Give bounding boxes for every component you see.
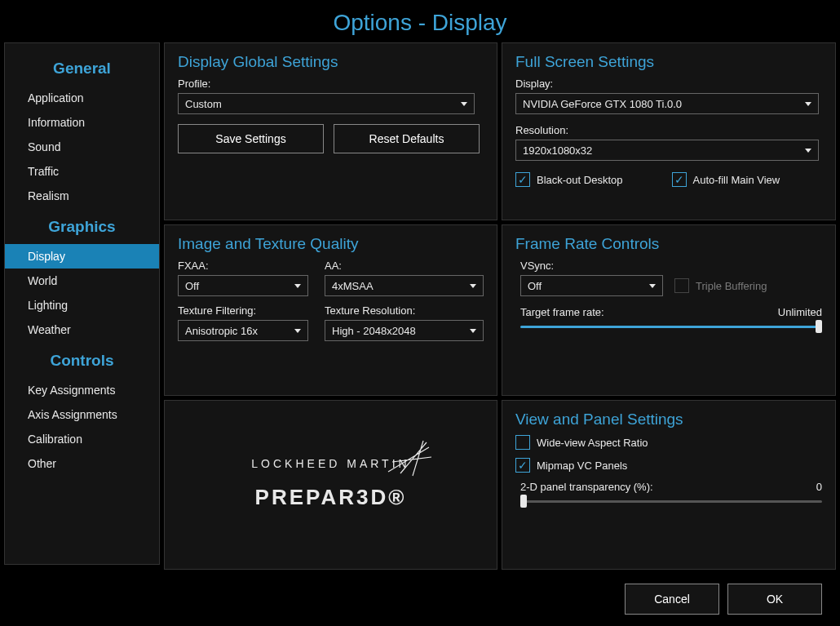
panel-title: View and Panel Settings <box>515 411 822 428</box>
chevron-down-icon <box>805 102 811 106</box>
panel-title: Frame Rate Controls <box>515 235 822 253</box>
panel-view-settings: View and Panel Settings Wide-view Aspect… <box>502 400 836 570</box>
sidebar-item-weather[interactable]: Weather <box>5 317 159 342</box>
wide-view-checkbox[interactable]: Wide-view Aspect Ratio <box>515 435 822 450</box>
sidebar-item-traffic[interactable]: Traffic <box>5 159 159 184</box>
panel-display-global: Display Global Settings Profile: Custom … <box>164 42 497 220</box>
texture-filtering-value: Anisotropic 16x <box>185 325 258 337</box>
chevron-down-icon <box>461 102 467 106</box>
texture-resolution-select[interactable]: High - 2048x2048 <box>325 320 484 341</box>
fxaa-select[interactable]: Off <box>178 275 308 296</box>
fxaa-value: Off <box>185 280 199 292</box>
target-frame-rate-slider[interactable] <box>520 323 822 330</box>
chevron-down-icon <box>805 149 811 153</box>
sidebar-item-key-assignments[interactable]: Key Assignments <box>5 378 159 402</box>
checkbox-label: Auto-fill Main View <box>693 174 780 186</box>
profile-value: Custom <box>185 98 222 110</box>
sidebar-section-controls: Controls <box>5 342 159 378</box>
ok-button[interactable]: OK <box>727 584 822 615</box>
chevron-down-icon <box>470 329 476 333</box>
checkmark-icon: ✓ <box>515 172 530 187</box>
sidebar-item-calibration[interactable]: Calibration <box>5 427 159 451</box>
sidebar-item-axis-assignments[interactable]: Axis Assignments <box>5 402 159 427</box>
save-settings-button[interactable]: Save Settings <box>178 124 324 153</box>
prepar3d-logo: PREPAR3D® <box>255 485 407 510</box>
sidebar: General Application Information Sound Tr… <box>4 42 160 565</box>
vsync-label: VSync: <box>520 260 822 272</box>
panel-full-screen: Full Screen Settings Display: NVIDIA GeF… <box>502 42 836 220</box>
sidebar-item-sound[interactable]: Sound <box>5 135 159 159</box>
resolution-value: 1920x1080x32 <box>523 144 592 157</box>
sidebar-section-graphics: Graphics <box>5 208 159 244</box>
slider-track <box>520 326 822 328</box>
texture-filtering-select[interactable]: Anisotropic 16x <box>178 320 308 341</box>
aa-label: AA: <box>325 260 484 272</box>
checkbox-label: Triple Buffering <box>696 280 767 292</box>
sidebar-item-world[interactable]: World <box>5 269 159 293</box>
target-frame-rate-label: Target frame rate: <box>520 306 604 318</box>
checkbox-label: Black-out Desktop <box>537 174 623 186</box>
sidebar-item-display[interactable]: Display <box>5 244 159 269</box>
checkbox-box <box>515 435 530 450</box>
transparency-slider[interactable] <box>520 498 822 504</box>
checkbox-label: Mipmap VC Panels <box>537 460 627 472</box>
checkbox-label: Wide-view Aspect Ratio <box>537 437 648 449</box>
chevron-down-icon <box>649 284 656 288</box>
chevron-down-icon <box>294 329 301 333</box>
texture-resolution-value: High - 2048x2048 <box>332 325 416 337</box>
texture-resolution-label: Texture Resolution: <box>325 304 484 317</box>
aa-select[interactable]: 4xMSAA <box>325 275 484 296</box>
sidebar-item-application[interactable]: Application <box>5 86 159 110</box>
footer-buttons: Cancel OK <box>625 584 822 615</box>
star-icon <box>384 439 441 478</box>
window-title: Options - Display <box>0 0 840 42</box>
display-label: Display: <box>515 78 822 90</box>
aa-value: 4xMSAA <box>332 280 374 292</box>
panel-title: Image and Texture Quality <box>178 235 484 253</box>
vsync-select[interactable]: Off <box>520 275 663 296</box>
transparency-value: 0 <box>816 481 822 493</box>
transparency-label: 2-D panel transparency (%): <box>520 481 653 493</box>
panel-title: Display Global Settings <box>178 53 484 71</box>
profile-label: Profile: <box>178 78 484 90</box>
sidebar-item-other[interactable]: Other <box>5 451 159 476</box>
texture-filtering-label: Texture Filtering: <box>178 304 308 317</box>
resolution-select[interactable]: 1920x1080x32 <box>515 140 819 161</box>
mipmap-vc-checkbox[interactable]: ✓ Mipmap VC Panels <box>515 458 822 473</box>
lockheed-martin-logo: LOCKHEED MARTIN <box>251 457 409 470</box>
profile-select[interactable]: Custom <box>178 93 475 114</box>
sidebar-section-general: General <box>5 50 159 86</box>
chevron-down-icon <box>470 284 476 288</box>
slider-thumb[interactable] <box>816 320 822 333</box>
vsync-value: Off <box>528 280 542 292</box>
display-value: NVIDIA GeForce GTX 1080 Ti.0.0 <box>523 98 682 110</box>
sidebar-item-information[interactable]: Information <box>5 110 159 135</box>
fxaa-label: FXAA: <box>178 260 308 272</box>
sidebar-item-lighting[interactable]: Lighting <box>5 293 159 317</box>
checkmark-icon: ✓ <box>515 458 530 473</box>
resolution-label: Resolution: <box>515 124 822 136</box>
slider-track <box>520 500 822 503</box>
panel-logo: LOCKHEED MARTIN PREPAR3D® <box>164 400 497 570</box>
reset-defaults-button[interactable]: Reset Defaults <box>334 124 480 153</box>
slider-thumb[interactable] <box>520 495 527 508</box>
chevron-down-icon <box>294 284 301 288</box>
autofill-main-view-checkbox[interactable]: ✓ Auto-fill Main View <box>672 172 780 187</box>
panel-title: Full Screen Settings <box>515 53 822 71</box>
blackout-desktop-checkbox[interactable]: ✓ Black-out Desktop <box>515 172 623 187</box>
display-select[interactable]: NVIDIA GeForce GTX 1080 Ti.0.0 <box>515 93 819 114</box>
cancel-button[interactable]: Cancel <box>625 584 719 615</box>
checkmark-icon: ✓ <box>672 172 687 187</box>
panel-image-texture: Image and Texture Quality FXAA: Off AA: … <box>164 224 497 396</box>
target-frame-rate-value: Unlimited <box>778 306 822 318</box>
triple-buffering-checkbox[interactable]: Triple Buffering <box>674 278 767 293</box>
sidebar-item-realism[interactable]: Realism <box>5 184 159 208</box>
checkbox-box <box>674 278 689 293</box>
panel-frame-rate: Frame Rate Controls VSync: Off Triple Bu… <box>502 224 836 396</box>
